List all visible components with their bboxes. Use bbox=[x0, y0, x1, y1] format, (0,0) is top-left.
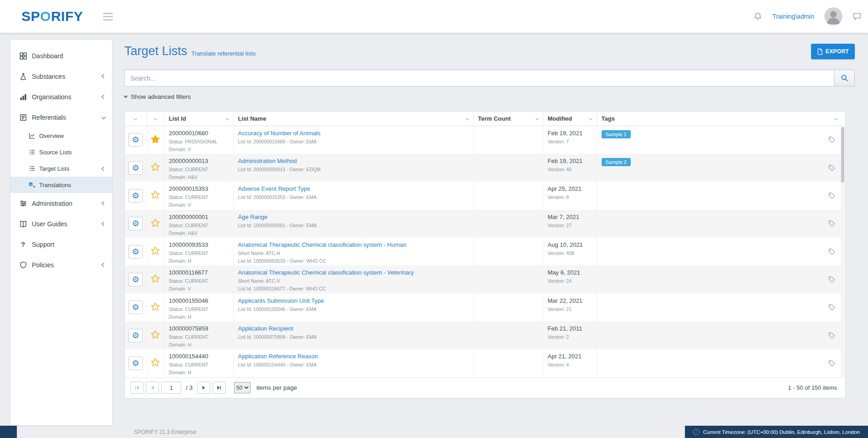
tag-icon[interactable] bbox=[828, 137, 835, 143]
column-menu-icon[interactable] bbox=[134, 117, 137, 120]
tag-icon[interactable] bbox=[828, 332, 835, 339]
sidebar-item-overview[interactable]: Overview bbox=[10, 127, 112, 144]
search-input[interactable] bbox=[124, 70, 834, 87]
app-version-label: SPORIFY 21.3 Enterprise bbox=[134, 429, 196, 435]
list-name-link[interactable]: Age Range bbox=[238, 214, 469, 220]
modified-date: Feb 19, 2021 bbox=[548, 158, 592, 164]
sidebar-item-translations[interactable]: A Translations bbox=[10, 177, 112, 193]
sidebar-item-label: Translations bbox=[39, 182, 71, 188]
scrollbar-thumb[interactable] bbox=[841, 127, 844, 183]
favorite-star-button[interactable] bbox=[151, 246, 160, 255]
sidebar-item-substances[interactable]: Substances bbox=[10, 66, 112, 87]
favorite-star-button[interactable] bbox=[151, 190, 160, 199]
sidebar-item-label: Referentials bbox=[32, 114, 66, 121]
search-button[interactable] bbox=[834, 70, 855, 87]
tag-icon[interactable] bbox=[828, 248, 835, 255]
row-settings-cell: ⚙ bbox=[125, 349, 147, 377]
list-name-link[interactable]: Application Recipient bbox=[238, 325, 469, 332]
sidebar-item-user-guides[interactable]: User Guides bbox=[10, 214, 112, 234]
tags-cell: Sample 1 bbox=[597, 126, 842, 154]
tag-icon[interactable] bbox=[828, 192, 835, 199]
tag-icon[interactable] bbox=[828, 164, 835, 171]
tag-icon[interactable] bbox=[828, 304, 835, 311]
avatar[interactable] bbox=[824, 7, 842, 25]
row-settings-button[interactable]: ⚙ bbox=[128, 300, 143, 314]
favorite-star-button[interactable] bbox=[151, 135, 160, 143]
user-menu[interactable]: Training\admin bbox=[772, 13, 814, 20]
row-settings-button[interactable]: ⚙ bbox=[128, 217, 143, 230]
list-name-link[interactable]: Application Reference Reason bbox=[238, 353, 469, 360]
gear-icon: ⚙ bbox=[132, 303, 139, 311]
page-input[interactable] bbox=[161, 382, 181, 394]
sidebar-item-dashboard[interactable]: Dashboard bbox=[10, 46, 112, 66]
sidebar-item-organisations[interactable]: Organisations bbox=[10, 87, 112, 107]
sidebar-item-policies[interactable]: Policies bbox=[10, 255, 112, 275]
row-settings-button[interactable]: ⚙ bbox=[128, 329, 143, 342]
tag-icon[interactable] bbox=[828, 276, 835, 283]
modified-cell: Feb 19, 2021 Version: 7 bbox=[543, 126, 597, 154]
list-name-link[interactable]: Anatomical Therapeutic Chemical classifi… bbox=[238, 241, 469, 248]
list-name-link[interactable]: Adverse Event Report Type bbox=[238, 185, 469, 192]
favorite-star-button[interactable] bbox=[151, 330, 160, 339]
notifications-button[interactable] bbox=[753, 12, 762, 21]
row-settings-button[interactable]: ⚙ bbox=[128, 273, 143, 286]
modified-cell: Mar 7, 2021 Version: 27 bbox=[543, 210, 597, 238]
column-menu-icon[interactable] bbox=[834, 117, 837, 120]
chat-button[interactable] bbox=[853, 12, 862, 21]
translate-referential-lists-link[interactable]: Translate referential lists bbox=[191, 50, 255, 59]
sidebar-item-target-lists[interactable]: Target Lists bbox=[10, 160, 112, 177]
sidebar-item-support[interactable]: ? Support bbox=[10, 234, 112, 255]
timezone-label: Current Timezone: (UTC+00:00) Dublin, Ed… bbox=[703, 429, 860, 435]
export-button[interactable]: EXPORT bbox=[811, 44, 855, 59]
column-menu-icon[interactable] bbox=[535, 117, 538, 120]
tag-badge: Sample 1 bbox=[602, 130, 631, 138]
next-page-button[interactable] bbox=[197, 382, 210, 394]
modified-date: Mar 22, 2021 bbox=[548, 297, 592, 304]
column-label: Modified bbox=[548, 115, 572, 122]
column-menu-icon[interactable] bbox=[465, 117, 469, 120]
favorite-star-button[interactable] bbox=[151, 163, 160, 171]
page-size-select[interactable]: 50 bbox=[234, 382, 250, 393]
sidebar-item-referentials[interactable]: Referentials bbox=[10, 107, 112, 127]
column-label: Tags bbox=[602, 115, 615, 122]
row-settings-button[interactable]: ⚙ bbox=[128, 189, 143, 203]
tag-icon[interactable] bbox=[828, 220, 835, 227]
advanced-filters-toggle[interactable]: Show advanced filters bbox=[124, 93, 191, 100]
row-settings-button[interactable]: ⚙ bbox=[128, 161, 143, 175]
list-status: Status: CURRENT bbox=[169, 362, 229, 368]
last-page-button[interactable] bbox=[213, 382, 226, 394]
star-icon bbox=[151, 358, 160, 367]
favorite-star-button[interactable] bbox=[151, 219, 160, 227]
list-short-name: Short Name: ATC-V bbox=[238, 278, 469, 284]
bell-icon bbox=[753, 12, 762, 21]
previous-page-button[interactable] bbox=[146, 382, 159, 394]
first-page-button[interactable] bbox=[130, 382, 143, 394]
list-name-link[interactable]: Anatomical Therapeutic Chemical classifi… bbox=[238, 269, 469, 276]
sidebar-item-administration[interactable]: Administration bbox=[10, 193, 112, 214]
table-row: ⚙ 100000075859 Status: CURRENT Domain: H… bbox=[125, 321, 842, 349]
table-row: ⚙ 100000000001 Status: CURRENT Domain: H… bbox=[125, 210, 842, 238]
column-menu-icon[interactable] bbox=[225, 117, 229, 120]
row-settings-cell: ⚙ bbox=[125, 126, 147, 154]
column-menu-icon[interactable] bbox=[589, 117, 592, 120]
tag-icon[interactable] bbox=[828, 360, 835, 367]
row-settings-button[interactable]: ⚙ bbox=[128, 133, 143, 147]
list-name-link[interactable]: Applicants Submission Unit Type bbox=[238, 297, 469, 304]
favorite-star-button[interactable] bbox=[151, 274, 160, 283]
row-settings-button[interactable]: ⚙ bbox=[128, 357, 143, 370]
line-chart-icon bbox=[28, 132, 35, 140]
question-icon: ? bbox=[19, 240, 27, 248]
app-logo[interactable]: SPORIFY bbox=[21, 9, 83, 24]
logo-text: RIFY bbox=[51, 9, 83, 24]
menu-toggle-icon[interactable] bbox=[101, 11, 115, 22]
column-menu-icon[interactable] bbox=[153, 117, 157, 120]
list-name-link[interactable]: Accuracy of Number of Animals bbox=[238, 130, 469, 137]
favorite-star-button[interactable] bbox=[151, 302, 160, 311]
chevron-left-icon bbox=[102, 222, 106, 226]
star-icon bbox=[151, 302, 160, 311]
favorite-star-button[interactable] bbox=[151, 358, 160, 367]
sidebar-item-source-lists[interactable]: Source Lists bbox=[10, 144, 112, 160]
list-name-link[interactable]: Administration Method bbox=[238, 158, 469, 164]
list-id-cell: 100000093533 Status: CURRENT Domain: H bbox=[164, 238, 233, 265]
row-settings-button[interactable]: ⚙ bbox=[128, 245, 143, 259]
